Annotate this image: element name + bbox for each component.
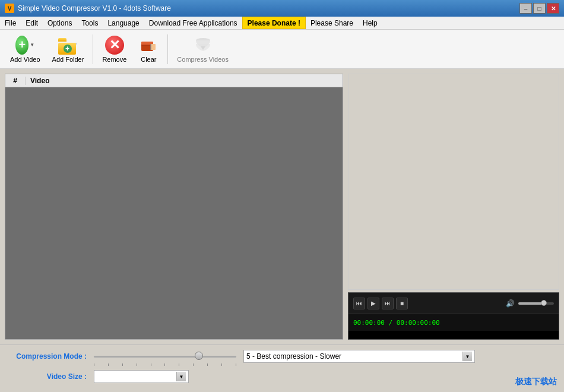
title-bar: V Simple Video Compressor V1.0 - 4dots S… (0, 0, 564, 17)
clear-button[interactable]: Clear (133, 32, 164, 67)
volume-slider[interactable] (518, 302, 554, 305)
media-time-display: 00:00:00 / 00:00:00:00 (348, 314, 559, 331)
bottom-controls: Compression Mode : 5 - Best compression … (0, 344, 564, 392)
volume-icon[interactable]: 🔊 (504, 298, 516, 309)
svg-rect-3 (151, 44, 156, 50)
media-player: ⏮ ▶ ⏭ ■ 🔊 00:00:00 / 00:00:00:00 (348, 292, 559, 340)
menu-file[interactable]: File (0, 17, 21, 29)
menu-options[interactable]: Options (43, 17, 77, 29)
compression-mode-row: Compression Mode : 5 - Best compression … (9, 350, 555, 363)
close-button[interactable]: ✕ (547, 3, 559, 14)
compress-videos-icon (194, 36, 213, 55)
main-content: # Video ⏮ ▶ ⏭ ■ 🔊 (0, 69, 564, 344)
add-video-button[interactable]: + ▼ Add Video (5, 32, 46, 67)
compression-mode-label: Compression Mode : (9, 352, 87, 361)
menu-help[interactable]: Help (358, 17, 382, 29)
add-folder-label: Add Folder (52, 56, 84, 63)
menu-bar: File Edit Options Tools Language Downloa… (0, 17, 564, 30)
video-list-body[interactable] (5, 87, 343, 339)
video-list: # Video (5, 74, 343, 340)
compress-videos-button[interactable]: Compress Videos (172, 32, 234, 67)
remove-button[interactable]: ✕ Remove (97, 32, 132, 67)
toolbar-separator-2 (167, 34, 168, 64)
menu-share[interactable]: Please Share (306, 17, 358, 29)
video-size-dropdown-arrow[interactable]: ▼ (176, 372, 186, 381)
add-video-circle-icon: + (15, 36, 28, 55)
toolbar-separator-1 (93, 34, 93, 64)
menu-edit[interactable]: Edit (21, 17, 43, 29)
remove-icon: ✕ (105, 36, 124, 55)
video-size-label: Video Size : (9, 372, 87, 381)
menu-download[interactable]: Download Free Applications (144, 17, 242, 29)
video-size-dropdown[interactable]: ▼ (94, 370, 189, 383)
maximize-button[interactable]: □ (533, 3, 546, 14)
compression-dropdown[interactable]: 5 - Best compression - Slower ▼ (243, 350, 475, 363)
skip-forward-button[interactable]: ⏭ (382, 298, 394, 309)
add-video-label: Add Video (10, 56, 40, 63)
clear-label: Clear (141, 56, 156, 63)
watermark-text: 极速下载站 (515, 377, 557, 386)
video-size-row: Video Size : ▼ (9, 370, 555, 383)
volume-fill (518, 302, 542, 305)
volume-thumb[interactable] (541, 300, 547, 306)
play-button[interactable]: ▶ (367, 298, 379, 309)
watermark: 极速下载站 (515, 377, 557, 387)
compression-slider[interactable] (94, 350, 236, 362)
compression-dropdown-arrow[interactable]: ▼ (462, 352, 472, 361)
remove-label: Remove (102, 56, 126, 63)
col-video-header: Video (26, 77, 49, 85)
time-text: 00:00:00 / 00:00:00:00 (353, 319, 440, 327)
media-controls: ⏮ ▶ ⏭ ■ 🔊 (348, 293, 559, 314)
compression-value: 5 - Best compression - Slower (246, 352, 462, 361)
toolbar: + ▼ Add Video + ▼ Add Folder ✕ Remove (0, 30, 564, 69)
stop-button[interactable]: ■ (396, 298, 408, 309)
video-list-header: # Video (5, 74, 343, 87)
menu-donate[interactable]: Please Donate ! (242, 17, 306, 29)
minimize-button[interactable]: – (519, 3, 532, 14)
add-folder-button[interactable]: + ▼ Add Folder (47, 32, 90, 67)
app-title: Simple Video Compressor V1.0 - 4dots Sof… (18, 4, 519, 12)
compress-videos-label: Compress Videos (177, 56, 229, 63)
menu-tools[interactable]: Tools (77, 17, 103, 29)
slider-thumb[interactable] (195, 352, 203, 360)
clear-icon (139, 36, 158, 55)
slider-track (94, 356, 236, 358)
video-preview (348, 74, 559, 290)
menu-language[interactable]: Language (103, 17, 144, 29)
col-number-header: # (8, 77, 26, 85)
skip-back-button[interactable]: ⏮ (353, 298, 365, 309)
app-icon: V (5, 4, 14, 13)
right-panel: ⏮ ▶ ⏭ ■ 🔊 00:00:00 / 00:00:00:00 (348, 74, 559, 340)
add-video-icon: + ▼ (15, 36, 34, 55)
title-bar-controls: – □ ✕ (519, 3, 559, 14)
add-folder-icon: + ▼ (58, 36, 77, 55)
slider-ticks (94, 363, 236, 366)
